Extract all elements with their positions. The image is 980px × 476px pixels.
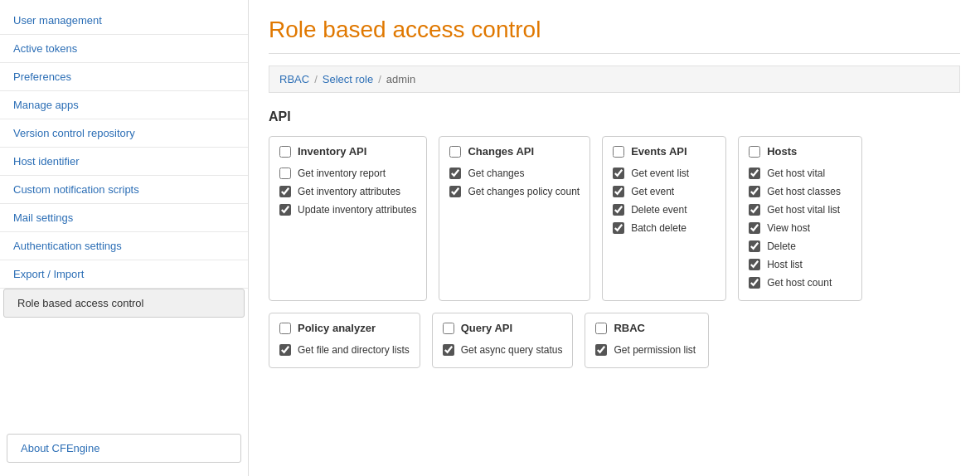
api-card-0-1: Changes APIGet changesGet changes policy… <box>439 136 590 301</box>
api-card-0-3: HostsGet host vitalGet host classesGet h… <box>738 136 862 301</box>
main-content: Role based access control RBAC / Select … <box>249 0 980 476</box>
row-label-0-3-6: Get host count <box>767 277 832 289</box>
api-card-1-1: Query APIGet async query status <box>432 313 574 368</box>
row-label-0-2-1: Get event <box>631 186 674 197</box>
row-checkbox-0-2-3[interactable] <box>613 222 624 234</box>
card-row-0-0-2: Update inventory attributes <box>279 201 416 219</box>
row-checkbox-0-3-2[interactable] <box>749 204 760 216</box>
sidebar-item-6[interactable]: Custom notification scripts <box>0 176 248 204</box>
card-row-0-3-3: View host <box>749 219 851 237</box>
row-label-0-0-0: Get inventory report <box>298 168 386 179</box>
sidebar-item-4[interactable]: Version control repository <box>0 119 248 148</box>
breadcrumb-select-role[interactable]: Select role <box>323 73 373 85</box>
row-checkbox-0-2-0[interactable] <box>613 168 624 179</box>
row-checkbox-1-0-0[interactable] <box>279 344 291 356</box>
card-header-label-1-2: RBAC <box>614 322 645 334</box>
row-label-0-3-2: Get host vital list <box>767 204 840 216</box>
section-title-0: API <box>269 109 960 124</box>
card-header-label-0-0: Inventory API <box>298 145 366 158</box>
breadcrumb: RBAC / Select role / admin <box>269 66 960 93</box>
api-card-1-0: Policy analyzerGet file and directory li… <box>269 313 420 368</box>
row-checkbox-0-1-0[interactable] <box>449 168 461 179</box>
row-label-0-3-4: Delete <box>767 240 796 252</box>
row-label-0-2-3: Batch delete <box>631 222 686 234</box>
row-checkbox-0-0-1[interactable] <box>279 186 291 197</box>
row-checkbox-0-3-3[interactable] <box>749 222 760 234</box>
row-label-0-3-1: Get host classes <box>767 186 841 197</box>
sidebar-item-2[interactable]: Preferences <box>0 63 248 91</box>
card-row-1-0-0: Get file and directory lists <box>279 341 410 359</box>
card-row-0-3-2: Get host vital list <box>749 201 851 219</box>
sidebar: User managementActive tokensPreferencesM… <box>0 0 249 476</box>
card-header-0-3: Hosts <box>749 145 851 158</box>
card-row-0-3-6: Get host count <box>749 274 851 292</box>
sidebar-item-0[interactable]: User management <box>0 7 248 35</box>
card-row-0-3-4: Delete <box>749 237 851 255</box>
sidebar-item-10[interactable]: Role based access control <box>3 289 245 318</box>
api-card-1-2: RBACGet permission list <box>585 313 709 368</box>
card-header-1-1: Query API <box>443 322 563 334</box>
card-header-0-1: Changes API <box>449 145 580 158</box>
card-header-checkbox-1-0[interactable] <box>279 323 291 334</box>
row-checkbox-0-3-1[interactable] <box>749 186 760 197</box>
card-header-label-0-3: Hosts <box>767 145 797 158</box>
card-header-label-1-0: Policy analyzer <box>298 322 376 334</box>
card-row-0-2-2: Delete event <box>613 201 716 219</box>
sidebar-item-3[interactable]: Manage apps <box>0 91 248 119</box>
breadcrumb-rbac[interactable]: RBAC <box>279 73 309 85</box>
row-label-0-0-2: Update inventory attributes <box>298 204 416 216</box>
row-label-0-1-1: Get changes policy count <box>468 186 580 197</box>
card-header-checkbox-0-2[interactable] <box>613 146 624 158</box>
api-grid-0: Inventory APIGet inventory reportGet inv… <box>269 136 960 301</box>
sidebar-item-8[interactable]: Authentication settings <box>0 232 248 260</box>
card-header-label-0-1: Changes API <box>468 145 534 158</box>
api-grid-1: Policy analyzerGet file and directory li… <box>269 313 960 368</box>
sidebar-item-1[interactable]: Active tokens <box>0 35 248 63</box>
row-checkbox-1-2-0[interactable] <box>595 344 607 356</box>
card-row-0-2-1: Get event <box>613 182 716 201</box>
card-row-0-3-5: Host list <box>749 255 851 274</box>
card-header-checkbox-0-3[interactable] <box>749 146 760 158</box>
row-checkbox-0-0-2[interactable] <box>279 204 291 216</box>
card-header-1-0: Policy analyzer <box>279 322 410 334</box>
card-row-0-1-0: Get changes <box>449 164 580 182</box>
card-header-label-0-2: Events API <box>631 145 686 158</box>
card-header-checkbox-0-0[interactable] <box>279 146 291 158</box>
row-checkbox-0-2-2[interactable] <box>613 204 624 216</box>
card-header-checkbox-1-2[interactable] <box>595 323 607 334</box>
breadcrumb-sep-1: / <box>314 73 318 85</box>
row-checkbox-0-2-1[interactable] <box>613 186 624 197</box>
sidebar-item-9[interactable]: Export / Import <box>0 260 248 289</box>
row-checkbox-0-3-5[interactable] <box>749 259 760 270</box>
card-header-checkbox-1-1[interactable] <box>443 323 454 334</box>
row-checkbox-0-3-6[interactable] <box>749 277 760 289</box>
row-label-0-3-0: Get host vital <box>767 168 825 179</box>
row-label-1-2-0: Get permission list <box>614 344 696 356</box>
breadcrumb-admin: admin <box>386 73 415 85</box>
sidebar-item-7[interactable]: Mail settings <box>0 204 248 232</box>
row-checkbox-0-1-1[interactable] <box>449 186 461 197</box>
card-header-checkbox-0-1[interactable] <box>449 146 461 158</box>
card-row-0-0-0: Get inventory report <box>279 164 416 182</box>
row-label-0-2-0: Get event list <box>631 168 689 179</box>
row-label-0-3-5: Host list <box>767 259 803 270</box>
card-row-0-3-1: Get host classes <box>749 182 851 201</box>
row-checkbox-1-1-0[interactable] <box>443 344 454 356</box>
page-title: Role based access control <box>269 17 960 43</box>
breadcrumb-sep-2: / <box>378 73 381 85</box>
row-label-1-1-0: Get async query status <box>461 344 563 356</box>
row-checkbox-0-3-4[interactable] <box>749 240 760 252</box>
card-header-0-2: Events API <box>613 145 716 158</box>
card-header-label-1-1: Query API <box>461 322 512 334</box>
row-label-0-2-2: Delete event <box>631 204 686 216</box>
sidebar-item-5[interactable]: Host identifier <box>0 148 248 176</box>
card-row-1-1-0: Get async query status <box>443 341 563 359</box>
row-label-0-0-1: Get inventory attributes <box>298 186 400 197</box>
sidebar-item-about[interactable]: About CFEngine <box>7 434 241 463</box>
api-card-0-0: Inventory APIGet inventory reportGet inv… <box>269 136 427 301</box>
card-row-1-2-0: Get permission list <box>595 341 698 359</box>
card-row-0-1-1: Get changes policy count <box>449 182 580 201</box>
row-checkbox-0-3-0[interactable] <box>749 168 760 179</box>
row-checkbox-0-0-0[interactable] <box>279 168 291 179</box>
api-card-0-2: Events APIGet event listGet eventDelete … <box>602 136 726 301</box>
